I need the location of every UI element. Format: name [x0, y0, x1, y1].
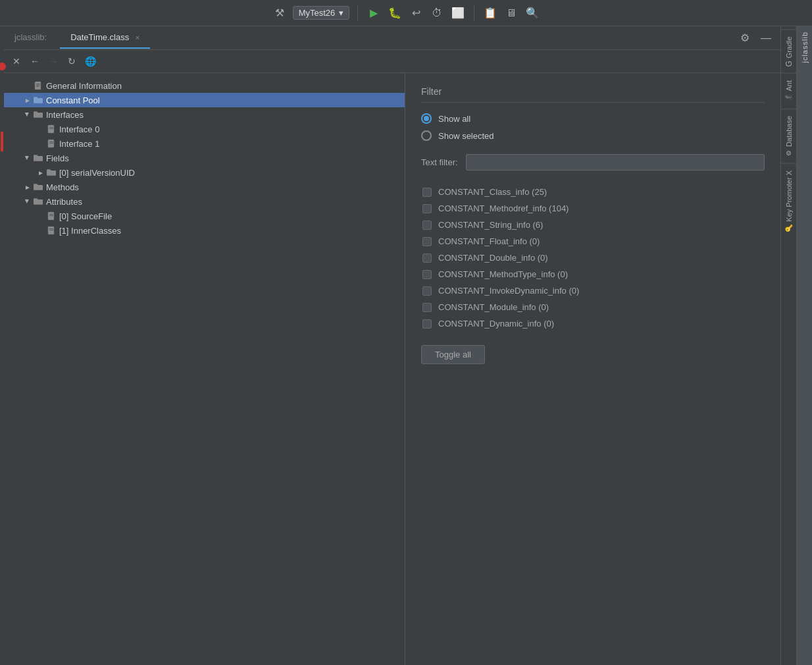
tree-item-general-info[interactable]: ► General Information [4, 78, 405, 93]
refresh-button[interactable]: ↻ [64, 54, 79, 68]
tab-datetime-class[interactable]: DateTime.class × [60, 27, 150, 49]
project-dropdown[interactable]: MyTest26 ▾ [293, 6, 350, 20]
checkbox-box-module-info [422, 303, 432, 312]
svg-rect-14 [49, 228, 53, 229]
folder-icon-attributes [33, 196, 43, 207]
radio-group: Show all Show selected [421, 113, 765, 141]
forward-button[interactable]: → [46, 54, 61, 68]
checkbox-string-info[interactable]: CONSTANT_String_info (6) [421, 217, 765, 233]
tree-panel[interactable]: ► General Information ► [4, 73, 405, 665]
radio-inner-show-all [424, 116, 429, 121]
svg-rect-6 [49, 128, 53, 129]
svg-rect-11 [49, 214, 53, 215]
ant-icon: 🐜 [785, 94, 792, 102]
tree-item-methods[interactable]: ► Methods [4, 180, 405, 194]
red-marker [0, 26, 4, 665]
checkbox-float-info[interactable]: CONSTANT_Float_info (0) [421, 233, 765, 250]
run-icon[interactable]: ▶ [366, 5, 382, 21]
dropdown-arrow: ▾ [339, 8, 343, 18]
tab-close-button[interactable]: × [136, 34, 140, 41]
checkbox-box-double-info [422, 253, 432, 263]
project-view-icon[interactable]: 📋 [482, 5, 498, 21]
red-bar [1, 132, 3, 151]
checkbox-box-methodtype-info [422, 270, 432, 279]
checkbox-dynamic-info[interactable]: CONSTANT_Dynamic_info (0) [421, 315, 765, 332]
tree-item-fields[interactable]: ► Fields [4, 151, 405, 165]
right-sidebar: G Gradle 🐜 Ant ⚙ Database 🔑 Key Promoter… [780, 26, 796, 665]
back-button[interactable]: ← [28, 54, 42, 68]
tree-label-source-file: [0] SourceFile [59, 211, 112, 221]
tree-label-general-info: General Information [46, 81, 122, 91]
radio-show-all[interactable]: Show all [421, 113, 765, 124]
folder-icon-fields [33, 153, 43, 163]
folder-icon-methods [33, 182, 43, 192]
checkbox-box-string-info [422, 221, 432, 230]
radio-show-selected[interactable]: Show selected [421, 130, 765, 141]
debug-icon[interactable]: 🐛 [387, 5, 403, 21]
tree-item-interface-1[interactable]: ► Interface 1 [4, 136, 405, 151]
tree-item-interfaces[interactable]: ► Interfaces [4, 107, 405, 122]
folder-icon-interfaces [33, 109, 43, 120]
sidebar-tab-ant[interactable]: 🐜 Ant [781, 73, 796, 109]
checkbox-label-double-info: CONSTANT_Double_info (0) [438, 253, 548, 263]
settings-icon[interactable]: ⚙ [737, 30, 753, 46]
svg-rect-5 [49, 127, 53, 128]
checkbox-label-class-info: CONSTANT_Class_info (25) [438, 187, 547, 197]
globe-button[interactable]: 🌐 [83, 54, 97, 68]
checkbox-label-string-info: CONSTANT_String_info (6) [438, 220, 543, 230]
main-area: jclasslib: DateTime.class × ⚙ — ✕ ← → ↻ … [0, 26, 812, 665]
coverage-icon[interactable]: ↩ [408, 5, 424, 21]
arrow-serial: ► [36, 167, 46, 178]
minimize-icon[interactable]: — [758, 30, 774, 46]
file-icon-interface0 [46, 124, 57, 134]
top-toolbar: ⚒ MyTest26 ▾ ▶ 🐛 ↩ ⏱ ⬜ 📋 🖥 🔍 [0, 0, 812, 26]
hammer-icon[interactable]: ⚒ [272, 5, 288, 21]
checkbox-box-methodref-info [422, 204, 432, 213]
project-name: MyTest26 [299, 8, 336, 18]
checkbox-class-info[interactable]: CONSTANT_Class_info (25) [421, 184, 765, 200]
gradle-icon: G [784, 61, 794, 66]
separator-2 [474, 5, 474, 21]
editor-icon[interactable]: 🖥 [503, 5, 519, 21]
tree-item-attributes[interactable]: ► Attributes [4, 194, 405, 209]
arrow-methods: ► [22, 182, 33, 192]
toggle-all-button[interactable]: Toggle all [421, 345, 485, 364]
tree-item-serial-version-uid[interactable]: ► [0] serialVersionUID [4, 165, 405, 180]
content-wrapper: jclasslib: DateTime.class × ⚙ — ✕ ← → ↻ … [4, 26, 780, 665]
profile-icon[interactable]: ⏱ [429, 5, 445, 21]
tree-label-interface-0: Interface 0 [59, 124, 99, 134]
tree-label-serial: [0] serialVersionUID [59, 168, 135, 178]
tree-item-constant-pool[interactable]: ► Constant Pool [4, 93, 405, 107]
radio-circle-show-selected [421, 130, 432, 141]
jclasslib-label: jclasslib [799, 26, 811, 68]
nav-toolbar: ✕ ← → ↻ 🌐 [4, 50, 780, 73]
checkbox-double-info[interactable]: CONSTANT_Double_info (0) [421, 250, 765, 266]
tree-item-source-file[interactable]: ► [0] SourceFile [4, 209, 405, 223]
checkbox-methodref-info[interactable]: CONSTANT_Methodref_info (104) [421, 200, 765, 217]
checkbox-box-float-info [422, 237, 432, 246]
sidebar-tab-gradle[interactable]: G Gradle [781, 29, 796, 73]
checkbox-methodtype-info[interactable]: CONSTANT_MethodType_info (0) [421, 266, 765, 282]
file-icon-inner [46, 225, 57, 236]
tab-bar: jclasslib: DateTime.class × ⚙ — [4, 26, 780, 50]
sidebar-tab-database[interactable]: ⚙ Database [781, 109, 796, 163]
close-button[interactable]: ✕ [9, 54, 24, 68]
tree-label-constant-pool: Constant Pool [46, 95, 100, 105]
stop-icon[interactable]: ⬜ [450, 5, 466, 21]
checkbox-module-info[interactable]: CONSTANT_Module_info (0) [421, 299, 765, 315]
file-icon-interface1 [46, 138, 57, 149]
tree-item-interface-0[interactable]: ► Interface 0 [4, 122, 405, 136]
search-icon[interactable]: 🔍 [524, 5, 540, 21]
jclasslib-panel: jclasslib [796, 26, 812, 665]
text-filter-input[interactable] [466, 154, 765, 171]
svg-rect-9 [49, 143, 53, 144]
filter-panel: Filter Show all Show selected [405, 73, 780, 665]
svg-rect-12 [49, 215, 53, 216]
key-promoter-label: Key Promoter X [785, 171, 793, 222]
checkbox-label-invokedynamic-info: CONSTANT_InvokeDynamic_info (0) [438, 286, 579, 296]
sidebar-tab-key-promoter[interactable]: 🔑 Key Promoter X [781, 163, 796, 239]
tree-item-inner-classes[interactable]: ► [1] InnerClasses [4, 223, 405, 238]
svg-rect-15 [49, 230, 53, 230]
tree-label-interface-1: Interface 1 [59, 139, 99, 149]
checkbox-invokedynamic-info[interactable]: CONSTANT_InvokeDynamic_info (0) [421, 282, 765, 299]
